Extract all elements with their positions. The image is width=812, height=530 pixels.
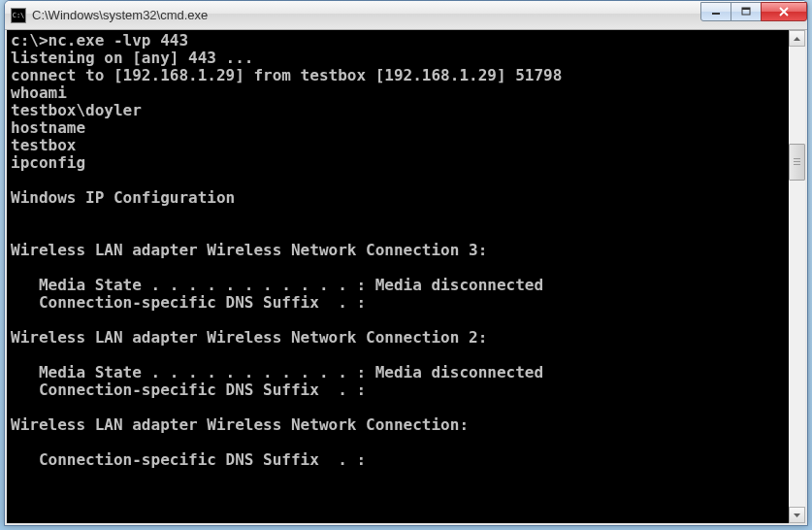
svg-rect-0: [712, 13, 720, 15]
window-title: C:\Windows\system32\cmd.exe: [32, 8, 701, 22]
titlebar[interactable]: C:\Windows\system32\cmd.exe: [5, 1, 807, 30]
minimize-button[interactable]: [700, 2, 731, 21]
close-button[interactable]: [761, 2, 807, 21]
scroll-track[interactable]: [789, 47, 805, 507]
cmd-icon: [11, 8, 26, 23]
vertical-scrollbar[interactable]: [789, 30, 805, 523]
chevron-down-icon: [794, 513, 800, 517]
maximize-icon: [741, 7, 751, 17]
svg-rect-2: [742, 8, 750, 10]
minimize-icon: [711, 7, 721, 17]
maximize-button[interactable]: [731, 2, 762, 21]
chevron-up-icon: [794, 37, 800, 41]
scroll-down-button[interactable]: [789, 507, 805, 523]
window-controls: [701, 2, 807, 21]
close-icon: [778, 7, 790, 17]
console-area: c:\>nc.exe -lvp 443 listening on [any] 4…: [5, 30, 807, 525]
scroll-up-button[interactable]: [789, 30, 805, 47]
scroll-thumb[interactable]: [789, 144, 805, 181]
cmd-window: C:\Windows\system32\cmd.exe c:\>nc.exe -…: [4, 0, 808, 526]
console-output[interactable]: c:\>nc.exe -lvp 443 listening on [any] 4…: [7, 30, 789, 523]
